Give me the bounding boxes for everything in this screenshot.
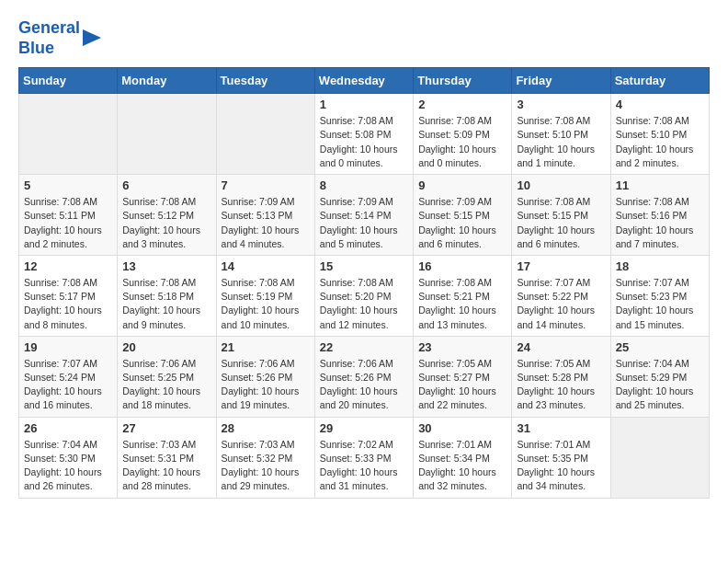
day-cell-1-1: 6 Sunrise: 7:08 AM Sunset: 5:12 PM Dayli… xyxy=(118,175,216,256)
sunrise-label: Sunrise: 7:06 AM xyxy=(222,358,295,369)
day-cell-1-3: 8 Sunrise: 7:09 AM Sunset: 5:14 PM Dayli… xyxy=(314,175,413,256)
day-cell-1-0: 5 Sunrise: 7:08 AM Sunset: 5:11 PM Dayli… xyxy=(19,175,118,256)
daylight-label: Daylight: 10 hours and 3 minutes. xyxy=(122,224,200,249)
sunrise-label: Sunrise: 7:01 AM xyxy=(517,439,590,450)
sunset-label: Sunset: 5:29 PM xyxy=(616,372,688,383)
day-cell-0-3: 1 Sunrise: 7:08 AM Sunset: 5:08 PM Dayli… xyxy=(314,94,413,175)
day-number: 6 xyxy=(122,178,210,192)
day-info: Sunrise: 7:05 AM Sunset: 5:27 PM Dayligh… xyxy=(418,357,506,413)
day-number: 8 xyxy=(320,178,408,192)
day-info: Sunrise: 7:08 AM Sunset: 5:18 PM Dayligh… xyxy=(122,276,210,332)
sunset-label: Sunset: 5:08 PM xyxy=(320,129,392,140)
header-sunday: Sunday xyxy=(19,68,118,94)
sunrise-label: Sunrise: 7:03 AM xyxy=(222,439,295,450)
day-cell-4-4: 30 Sunrise: 7:01 AM Sunset: 5:34 PM Dayl… xyxy=(414,417,512,498)
day-cell-3-6: 25 Sunrise: 7:04 AM Sunset: 5:29 PM Dayl… xyxy=(610,336,709,417)
sunrise-label: Sunrise: 7:08 AM xyxy=(517,196,590,207)
day-number: 24 xyxy=(517,340,605,354)
day-number: 28 xyxy=(222,421,310,435)
page-header: GeneralBlue xyxy=(18,18,710,58)
day-cell-3-2: 21 Sunrise: 7:06 AM Sunset: 5:26 PM Dayl… xyxy=(216,336,314,417)
sunset-label: Sunset: 5:31 PM xyxy=(122,453,194,464)
day-number: 1 xyxy=(320,98,408,111)
day-info: Sunrise: 7:05 AM Sunset: 5:28 PM Dayligh… xyxy=(517,357,605,413)
sunrise-label: Sunrise: 7:09 AM xyxy=(320,196,393,207)
day-info: Sunrise: 7:08 AM Sunset: 5:17 PM Dayligh… xyxy=(24,276,112,332)
day-info: Sunrise: 7:06 AM Sunset: 5:25 PM Dayligh… xyxy=(122,357,210,413)
sunset-label: Sunset: 5:18 PM xyxy=(122,291,194,302)
day-info: Sunrise: 7:06 AM Sunset: 5:26 PM Dayligh… xyxy=(222,357,310,413)
daylight-label: Daylight: 10 hours and 32 minutes. xyxy=(418,466,496,491)
day-cell-0-6: 4 Sunrise: 7:08 AM Sunset: 5:10 PM Dayli… xyxy=(610,94,709,175)
sunset-label: Sunset: 5:27 PM xyxy=(418,372,490,383)
daylight-label: Daylight: 10 hours and 25 minutes. xyxy=(616,385,694,410)
sunrise-label: Sunrise: 7:08 AM xyxy=(122,277,196,288)
day-cell-4-0: 26 Sunrise: 7:04 AM Sunset: 5:30 PM Dayl… xyxy=(19,417,118,498)
sunset-label: Sunset: 5:09 PM xyxy=(418,129,490,140)
sunrise-label: Sunrise: 7:06 AM xyxy=(320,358,393,369)
day-cell-0-1 xyxy=(118,94,216,175)
day-number: 13 xyxy=(122,259,210,273)
day-cell-2-6: 18 Sunrise: 7:07 AM Sunset: 5:23 PM Dayl… xyxy=(610,255,709,336)
sunset-label: Sunset: 5:20 PM xyxy=(320,291,392,302)
day-number: 5 xyxy=(24,178,112,192)
day-number: 20 xyxy=(122,340,210,354)
daylight-label: Daylight: 10 hours and 9 minutes. xyxy=(122,304,200,329)
logo: GeneralBlue xyxy=(18,18,101,58)
sunrise-label: Sunrise: 7:04 AM xyxy=(24,439,97,450)
header-tuesday: Tuesday xyxy=(216,68,314,94)
svg-marker-0 xyxy=(83,29,101,46)
daylight-label: Daylight: 10 hours and 7 minutes. xyxy=(616,224,694,249)
day-cell-2-1: 13 Sunrise: 7:08 AM Sunset: 5:18 PM Dayl… xyxy=(118,255,216,336)
sunset-label: Sunset: 5:10 PM xyxy=(517,129,588,140)
daylight-label: Daylight: 10 hours and 26 minutes. xyxy=(24,466,102,491)
day-number: 18 xyxy=(616,259,704,273)
day-info: Sunrise: 7:08 AM Sunset: 5:19 PM Dayligh… xyxy=(222,276,310,332)
day-cell-1-5: 10 Sunrise: 7:08 AM Sunset: 5:15 PM Dayl… xyxy=(512,175,610,256)
sunset-label: Sunset: 5:26 PM xyxy=(222,372,293,383)
sunrise-label: Sunrise: 7:08 AM xyxy=(320,115,393,126)
daylight-label: Daylight: 10 hours and 15 minutes. xyxy=(616,304,694,329)
day-info: Sunrise: 7:01 AM Sunset: 5:34 PM Dayligh… xyxy=(418,438,506,494)
day-cell-1-6: 11 Sunrise: 7:08 AM Sunset: 5:16 PM Dayl… xyxy=(610,175,709,256)
daylight-label: Daylight: 10 hours and 4 minutes. xyxy=(222,224,300,249)
day-info: Sunrise: 7:09 AM Sunset: 5:15 PM Dayligh… xyxy=(418,195,506,251)
sunset-label: Sunset: 5:24 PM xyxy=(24,372,96,383)
header-monday: Monday xyxy=(118,68,216,94)
day-cell-4-2: 28 Sunrise: 7:03 AM Sunset: 5:32 PM Dayl… xyxy=(216,417,314,498)
sunset-label: Sunset: 5:28 PM xyxy=(517,372,588,383)
sunrise-label: Sunrise: 7:08 AM xyxy=(24,277,97,288)
sunset-label: Sunset: 5:25 PM xyxy=(122,372,194,383)
sunset-label: Sunset: 5:12 PM xyxy=(122,210,194,221)
daylight-label: Daylight: 10 hours and 0 minutes. xyxy=(418,144,496,168)
day-cell-2-0: 12 Sunrise: 7:08 AM Sunset: 5:17 PM Dayl… xyxy=(19,255,118,336)
sunrise-label: Sunrise: 7:04 AM xyxy=(616,358,689,369)
day-cell-4-3: 29 Sunrise: 7:02 AM Sunset: 5:33 PM Dayl… xyxy=(314,417,413,498)
sunrise-label: Sunrise: 7:08 AM xyxy=(616,196,689,207)
day-number: 3 xyxy=(517,98,605,111)
sunset-label: Sunset: 5:10 PM xyxy=(616,129,688,140)
day-info: Sunrise: 7:08 AM Sunset: 5:12 PM Dayligh… xyxy=(122,195,210,251)
day-info: Sunrise: 7:07 AM Sunset: 5:24 PM Dayligh… xyxy=(24,357,112,413)
daylight-label: Daylight: 10 hours and 22 minutes. xyxy=(418,385,496,410)
week-row-5: 26 Sunrise: 7:04 AM Sunset: 5:30 PM Dayl… xyxy=(19,417,710,498)
day-cell-1-4: 9 Sunrise: 7:09 AM Sunset: 5:15 PM Dayli… xyxy=(414,175,512,256)
day-cell-0-5: 3 Sunrise: 7:08 AM Sunset: 5:10 PM Dayli… xyxy=(512,94,610,175)
day-number: 17 xyxy=(517,259,605,273)
daylight-label: Daylight: 10 hours and 19 minutes. xyxy=(222,385,300,410)
daylight-label: Daylight: 10 hours and 31 minutes. xyxy=(320,466,398,491)
sunrise-label: Sunrise: 7:01 AM xyxy=(418,439,492,450)
daylight-label: Daylight: 10 hours and 18 minutes. xyxy=(122,385,200,410)
day-number: 29 xyxy=(320,421,408,435)
sunset-label: Sunset: 5:13 PM xyxy=(222,210,293,221)
sunset-label: Sunset: 5:35 PM xyxy=(517,453,588,464)
day-cell-4-6 xyxy=(610,417,709,498)
sunrise-label: Sunrise: 7:08 AM xyxy=(418,277,492,288)
day-number: 9 xyxy=(418,178,506,192)
day-cell-2-3: 15 Sunrise: 7:08 AM Sunset: 5:20 PM Dayl… xyxy=(314,255,413,336)
day-info: Sunrise: 7:01 AM Sunset: 5:35 PM Dayligh… xyxy=(517,438,605,494)
sunset-label: Sunset: 5:32 PM xyxy=(222,453,293,464)
daylight-label: Daylight: 10 hours and 10 minutes. xyxy=(222,304,300,329)
daylight-label: Daylight: 10 hours and 2 minutes. xyxy=(24,224,102,249)
day-info: Sunrise: 7:08 AM Sunset: 5:09 PM Dayligh… xyxy=(418,114,506,170)
